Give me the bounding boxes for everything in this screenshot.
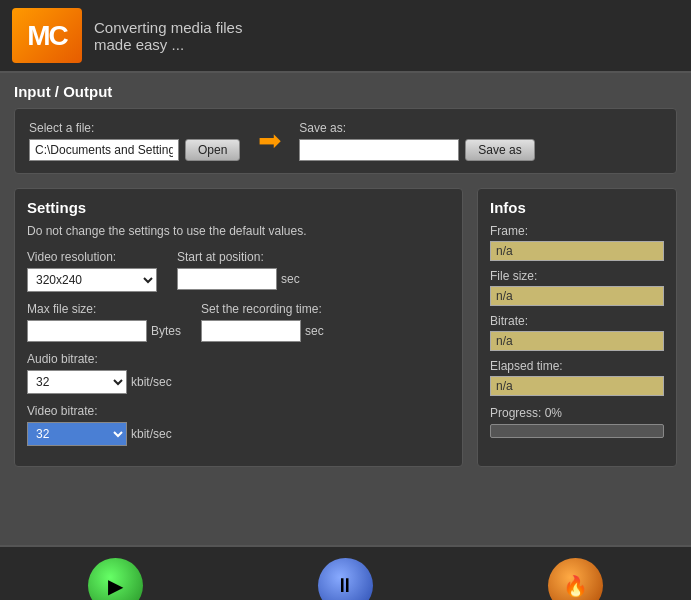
video-bitrate-select[interactable]: 32 64 96 128 192 256 [27,422,127,446]
max-file-size-input[interactable] [27,320,147,342]
elapsed-time-row: Elapsed time: n/a [490,359,664,396]
progress-section: Progress: 0% [490,406,664,438]
bitrate-row: Bitrate: n/a [490,314,664,351]
save-path-input[interactable] [299,139,459,161]
start-position-group: Start at position: sec [177,250,300,290]
play-button[interactable]: ▶ [88,558,143,600]
video-bitrate-group: Video bitrate: 32 64 96 128 192 256 kbit… [27,404,172,446]
audio-bitrate-label: Audio bitrate: [27,352,172,366]
frame-row: Frame: n/a [490,224,664,261]
start-position-label: Start at position: [177,250,300,264]
settings-infos-row: Settings Do not change the settings to u… [14,188,677,467]
open-button[interactable]: Open [185,139,240,161]
progress-bar-container [490,424,664,438]
save-as-button[interactable]: Save as [465,139,534,161]
video-bitrate-label: Video bitrate: [27,404,172,418]
file-size-label: File size: [490,269,664,283]
io-panel: Select a file: Open ➡ Save as: Save as [14,108,677,174]
start-position-unit: sec [281,272,300,286]
audio-bitrate-select[interactable]: 32 64 96 128 192 256 [27,370,127,394]
select-file-group: Select a file: Open [29,121,240,161]
recording-time-input[interactable] [201,320,301,342]
infos-panel: Infos Frame: n/a File size: n/a Bitrate:… [477,188,677,467]
bitrate-label: Bitrate: [490,314,664,328]
save-as-group: Save as: Save as [299,121,662,161]
video-resolution-label: Video resolution: [27,250,157,264]
video-bitrate-unit: kbit/sec [131,427,172,441]
app-header: MC Converting media files made easy ... [0,0,691,73]
select-file-label: Select a file: [29,121,240,135]
video-resolution-group: Video resolution: 320x240 640x480 1280x7… [27,250,157,292]
elapsed-time-label: Elapsed time: [490,359,664,373]
stop-button[interactable]: 🔥 [548,558,603,600]
file-path-input[interactable] [29,139,179,161]
frame-label: Frame: [490,224,664,238]
file-size-row: File size: n/a [490,269,664,306]
settings-panel: Settings Do not change the settings to u… [14,188,463,467]
settings-note: Do not change the settings to use the de… [27,224,450,238]
file-size-value: n/a [490,286,664,306]
audio-bitrate-group: Audio bitrate: 32 64 96 128 192 256 kbit… [27,352,172,394]
bitrate-value: n/a [490,331,664,351]
settings-title: Settings [27,199,450,216]
start-position-input[interactable] [177,268,277,290]
video-resolution-select[interactable]: 320x240 640x480 1280x720 1920x1080 [27,268,157,292]
main-content: Input / Output Select a file: Open ➡ Sav… [0,73,691,593]
pause-button[interactable]: ⏸ [318,558,373,600]
infos-title: Infos [490,199,664,216]
recording-time-label: Set the recording time: [201,302,324,316]
progress-label: Progress: 0% [490,406,664,420]
recording-time-unit: sec [305,324,324,338]
max-file-size-label: Max file size: [27,302,181,316]
app-footer: ▶ ⏸ 🔥 [0,545,691,600]
arrow-icon: ➡ [258,127,281,155]
app-tagline: Converting media files made easy ... [94,19,242,53]
io-section-title: Input / Output [14,83,677,100]
recording-time-group: Set the recording time: sec [201,302,324,342]
audio-bitrate-unit: kbit/sec [131,375,172,389]
elapsed-time-value: n/a [490,376,664,396]
max-file-size-group: Max file size: Bytes [27,302,181,342]
frame-value: n/a [490,241,664,261]
max-file-size-unit: Bytes [151,324,181,338]
save-as-label: Save as: [299,121,662,135]
app-logo: MC [12,8,82,63]
